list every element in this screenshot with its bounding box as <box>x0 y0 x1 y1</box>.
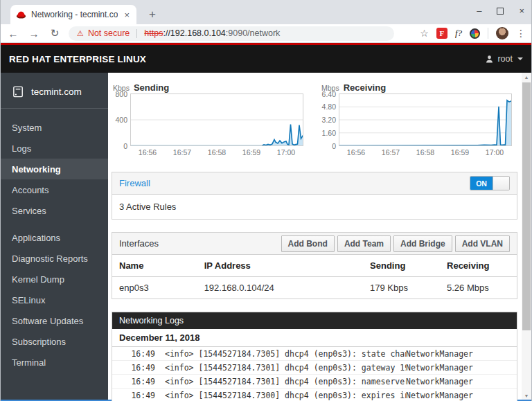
firewall-card: Firewall ON 3 Active Rules <box>112 172 517 220</box>
receiving-x-axis: 16:5616:5716:5816:5917:00 <box>339 146 512 157</box>
bookmark-star-icon[interactable]: ☆ <box>420 28 429 39</box>
interface-ip: 192.168.0.104/24 <box>197 277 363 299</box>
log-row[interactable]: 16:49 <info> [1544527184.7301] dhcp4 (en… <box>112 375 517 389</box>
browser-menu-icon[interactable]: ⋮ <box>516 28 526 39</box>
server-icon <box>12 85 25 98</box>
scroll-up-icon[interactable]: ▲ <box>522 73 531 81</box>
redhat-favicon-icon <box>16 10 26 20</box>
interface-actions: Add Bond Add Team Add Bridge Add VLAN <box>281 235 510 252</box>
browser-tab[interactable]: Networking - tecmint.com × <box>10 5 136 24</box>
interfaces-table: Name IP Address Sending Receiving enp0s3… <box>112 255 517 298</box>
receiving-plot <box>339 93 512 146</box>
chevron-down-icon <box>517 57 523 60</box>
username: root <box>497 54 513 64</box>
interface-name: enp0s3 <box>112 277 197 299</box>
log-service: NetworkManager <box>406 349 517 359</box>
scrollbar-track[interactable] <box>522 81 531 391</box>
scroll-down-icon[interactable]: ▼ <box>522 391 531 400</box>
log-time: 16:49 <box>112 391 155 400</box>
url-path: :9090/network <box>226 28 281 38</box>
forward-icon[interactable]: → <box>27 28 41 39</box>
omnibox-divider <box>136 29 137 38</box>
fontquestion-extension-icon[interactable]: f? <box>455 28 462 39</box>
tab-strip: Networking - tecmint.com × + – × <box>1 0 531 24</box>
user-menu[interactable]: root <box>485 54 523 64</box>
add-bond-button[interactable]: Add Bond <box>281 235 335 252</box>
add-vlan-button[interactable]: Add VLAN <box>455 235 510 252</box>
sidebar-item-terminal[interactable]: Terminal <box>1 352 108 373</box>
firewall-active-rules: 3 Active Rules <box>119 202 176 212</box>
app-header: RED HAT ENTERPRISE LINUX root <box>1 43 531 73</box>
maximize-icon[interactable] <box>497 8 504 15</box>
log-message: <info> [1544527184.7305] dhcp4 (enp0s3):… <box>165 349 406 359</box>
receiving-chart: Mbps Receiving 01.603.204.806.40 16:5616… <box>320 82 512 157</box>
minimize-icon[interactable]: – <box>477 6 481 16</box>
sidebar-item-subscriptions[interactable]: Subscriptions <box>1 331 108 352</box>
firewall-toggle[interactable]: ON <box>470 176 510 190</box>
logs-date: December 11, 2018 <box>112 329 517 347</box>
log-service: NetworkManager <box>406 391 517 400</box>
receiving-y-axis: 01.603.204.806.40 <box>320 93 339 146</box>
scrollbar-thumb[interactable] <box>522 82 531 330</box>
flipboard-extension-icon[interactable]: F <box>436 28 447 39</box>
profile-avatar[interactable] <box>496 27 508 39</box>
log-service: NetworkManager <box>406 363 517 373</box>
sidebar-item-selinux[interactable]: SELinux <box>1 289 108 310</box>
sidebar-item-kernel-dump[interactable]: Kernel Dump <box>1 269 108 289</box>
brand-title: RED HAT ENTERPRISE LINUX <box>9 54 146 64</box>
sidebar-item-networking[interactable]: Networking <box>1 159 108 179</box>
firewall-link[interactable]: Firewall <box>119 178 150 188</box>
sidebar-item-accounts[interactable]: Accounts <box>1 179 108 200</box>
sending-chart-title: Sending <box>134 82 169 93</box>
colorwheel-extension-icon[interactable] <box>470 28 480 39</box>
sidebar-item-system[interactable]: System <box>1 117 108 138</box>
back-icon[interactable]: ← <box>6 28 20 39</box>
log-message: <info> [1544527184.7301] dhcp4 (enp0s3):… <box>165 377 406 386</box>
log-time: 16:49 <box>112 377 155 386</box>
tab-close-icon[interactable]: × <box>123 10 131 20</box>
page-scrollbar[interactable]: ▲ ▼ <box>522 73 531 400</box>
reload-icon[interactable]: ↻ <box>48 27 62 39</box>
log-service: NetworkManager <box>406 377 517 386</box>
not-secure-label[interactable]: Not secure <box>88 28 130 38</box>
not-secure-warning-icon[interactable]: ⚠ <box>77 29 84 38</box>
sidebar-item-applications[interactable]: Applications <box>1 227 108 248</box>
tab-title: Networking - tecmint.com <box>31 10 118 19</box>
log-message: <info> [1544527184.7301] dhcp4 (enp0s3):… <box>165 363 406 373</box>
firewall-toggle-on-label: ON <box>470 177 493 190</box>
sending-plot <box>130 93 303 146</box>
url-host: ://192.168.0.104 <box>163 28 225 38</box>
sidebar-item-software-updates[interactable]: Software Updates <box>1 310 108 331</box>
networking-logs-card: Networking Logs December 11, 2018 16:49 … <box>112 312 517 401</box>
add-team-button[interactable]: Add Team <box>337 235 391 252</box>
url-text[interactable]: https://192.168.0.104:9090/network <box>144 28 280 38</box>
new-tab-button[interactable]: + <box>145 5 160 24</box>
close-icon[interactable]: × <box>519 6 524 16</box>
logs-header: Networking Logs <box>112 312 517 329</box>
firewall-toggle-knob <box>493 177 509 190</box>
host-selector[interactable]: tecmint.com <box>1 73 108 108</box>
log-row[interactable]: 16:49 <info> [1544527184.7301] dhcp4 (en… <box>112 361 517 375</box>
cockpit-app: RED HAT ENTERPRISE LINUX root tecmint.co… <box>1 43 531 400</box>
interface-sending: 179 Kbps <box>363 277 440 299</box>
log-row[interactable]: 16:49 <info> [1544527184.7305] dhcp4 (en… <box>112 347 517 361</box>
column-header-name: Name <box>112 255 197 277</box>
sidebar: tecmint.com System Logs Networking Accou… <box>1 73 108 400</box>
toolbar-divider <box>488 28 488 39</box>
log-time: 16:49 <box>112 363 155 373</box>
interfaces-title: Interfaces <box>119 238 159 249</box>
url-protocol: https <box>144 28 163 38</box>
add-bridge-button[interactable]: Add Bridge <box>393 235 452 252</box>
log-row[interactable]: 16:49 <info> [1544527184.7300] dhcp4 (en… <box>112 389 517 401</box>
app-body: tecmint.com System Logs Networking Accou… <box>1 73 531 400</box>
sidebar-item-services[interactable]: Services <box>1 200 108 221</box>
log-time: 16:49 <box>112 349 155 359</box>
table-row[interactable]: enp0s3 192.168.0.104/24 179 Kbps 5.26 Mb… <box>112 277 517 299</box>
window-controls: – × <box>477 6 524 16</box>
sending-x-axis: 16:5616:5716:5816:5917:00 <box>130 146 303 157</box>
sidebar-item-logs[interactable]: Logs <box>1 138 108 159</box>
address-bar[interactable]: ⚠ Not secure https://192.168.0.104:9090/… <box>69 26 394 41</box>
sending-chart: Kbps Sending 0400800 16:5616:5716:5816:5… <box>112 82 303 157</box>
sidebar-item-diagnostic-reports[interactable]: Diagnostic Reports <box>1 248 108 269</box>
log-message: <info> [1544527184.7300] dhcp4 (enp0s3):… <box>165 391 406 400</box>
